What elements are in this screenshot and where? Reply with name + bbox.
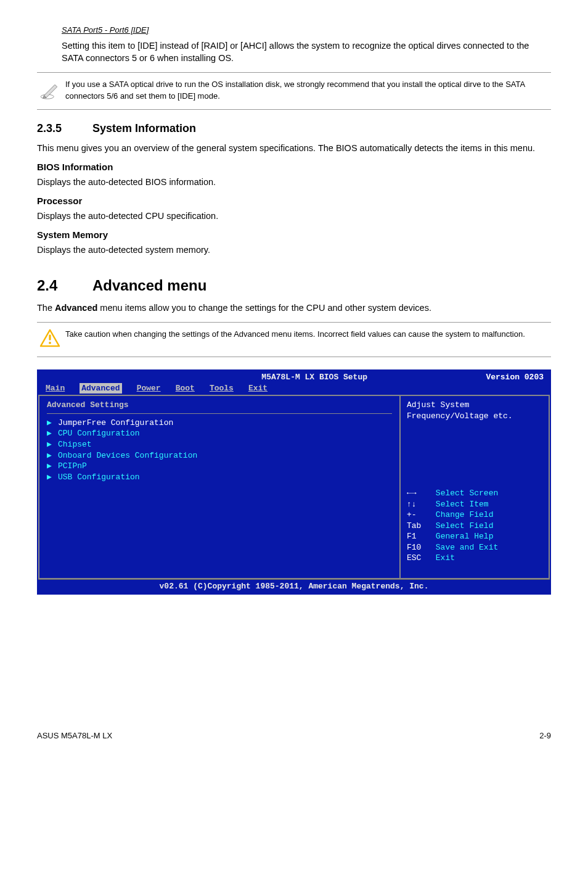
key-label: ESC: [407, 553, 421, 563]
section-2-3-5-intro: This menu gives you an overview of the g…: [37, 142, 551, 154]
tab-exit[interactable]: Exit: [248, 383, 267, 394]
system-memory-heading: System Memory: [37, 228, 551, 241]
advanced-settings-title: Advanced Settings: [47, 400, 392, 411]
bios-body: Advanced Settings ▶JumperFree Configurat…: [38, 395, 550, 579]
bios-info-text: Displays the auto-detected BIOS informat…: [37, 176, 551, 188]
svg-point-5: [49, 342, 51, 344]
key-label: Tab: [407, 521, 421, 530]
bios-header: M5A78L-M LX BIOS Setup Version 0203 Main…: [38, 371, 550, 395]
svg-rect-4: [49, 334, 51, 340]
menu-chipset[interactable]: ▶Chipset: [47, 439, 392, 450]
menu-label: Chipset: [58, 440, 92, 449]
bios-setup-screen: M5A78L-M LX BIOS Setup Version 0203 Main…: [37, 369, 551, 595]
key-desc: Select Field: [436, 521, 494, 530]
section-number: 2.3.5: [37, 121, 92, 136]
bios-tab-bar: Main Advanced Power Boot Tools Exit: [38, 383, 550, 395]
processor-heading: Processor: [37, 194, 551, 207]
key-label: F10: [407, 543, 421, 552]
caution-text: Take caution when changing the settings …: [65, 329, 525, 340]
section-2-4-heading: 2.4Advanced menu: [37, 275, 551, 296]
key-desc: Change Field: [436, 510, 494, 519]
bios-title: M5A78L-M LX BIOS Setup: [143, 372, 486, 383]
tab-tools[interactable]: Tools: [210, 383, 234, 394]
menu-onboard-devices[interactable]: ▶Onboard Devices Configuration: [47, 450, 392, 461]
processor-text: Displays the auto-detected CPU specifica…: [37, 210, 551, 222]
menu-label: USB Configuration: [58, 472, 140, 482]
warning-icon: [37, 329, 65, 351]
footer-page-number: 2-9: [539, 730, 551, 741]
section-number: 2.4: [37, 275, 92, 296]
tab-power[interactable]: Power: [137, 383, 161, 394]
menu-jumperfree[interactable]: ▶JumperFree Configuration: [47, 418, 392, 429]
intro-suffix: menu items allow you to change the setti…: [97, 303, 431, 313]
section-2-3-5-heading: 2.3.5System Information: [37, 121, 551, 136]
section-2-4-intro: The Advanced menu items allow you to cha…: [37, 302, 551, 314]
key-desc: Select Item: [436, 500, 489, 509]
intro-bold: Advanced: [55, 303, 97, 313]
bios-key-legend: ←→ Select Screen ↑↓ Select Item +- Chang…: [407, 477, 542, 574]
tab-boot[interactable]: Boot: [176, 383, 195, 394]
tab-advanced[interactable]: Advanced: [80, 383, 121, 394]
bios-help-text: Adjust System Frequency/Voltage etc.: [407, 400, 542, 421]
intro-prefix: The: [37, 303, 55, 313]
menu-pcipnp[interactable]: ▶PCIPnP: [47, 461, 392, 472]
key-label: F1: [407, 532, 417, 541]
pencil-icon: [37, 79, 65, 104]
bios-divider: [47, 413, 392, 414]
svg-marker-1: [44, 85, 57, 97]
section-title: Advanced menu: [92, 277, 206, 294]
page-footer: ASUS M5A78L-M LX 2-9: [37, 730, 551, 741]
menu-usb-config[interactable]: ▶USB Configuration: [47, 472, 392, 483]
bios-info-heading: BIOS Information: [37, 160, 551, 173]
note-text: If you use a SATA optical drive to run t…: [65, 79, 551, 102]
key-label: ↑↓: [407, 500, 417, 509]
caution-box: Take caution when changing the settings …: [37, 322, 551, 358]
key-label: +-: [407, 510, 417, 519]
tab-main[interactable]: Main: [46, 383, 65, 394]
bios-footer: v02.61 (C)Copyright 1985-2011, American …: [38, 579, 550, 593]
sata-port-heading: SATA Port5 - Port6 [IDE]: [62, 25, 551, 36]
key-desc: Exit: [436, 553, 455, 563]
menu-label: PCIPnP: [58, 461, 87, 471]
menu-label: CPU Configuration: [58, 429, 140, 438]
bios-left-panel: Advanced Settings ▶JumperFree Configurat…: [39, 396, 401, 578]
footer-left: ASUS M5A78L-M LX: [37, 730, 112, 741]
system-memory-text: Displays the auto-detected system memory…: [37, 244, 551, 256]
bios-version: Version 0203: [486, 372, 544, 383]
menu-label: Onboard Devices Configuration: [58, 451, 197, 460]
key-desc: Save and Exit: [436, 543, 498, 552]
key-desc: General Help: [436, 532, 494, 541]
bios-right-panel: Adjust System Frequency/Voltage etc. ←→ …: [401, 396, 549, 578]
section-title: System Information: [92, 122, 196, 134]
menu-label: JumperFree Configuration: [58, 418, 173, 427]
key-desc: Select Screen: [436, 489, 498, 498]
menu-cpu-config[interactable]: ▶CPU Configuration: [47, 428, 392, 439]
key-label: ←→: [407, 489, 417, 498]
note-box-ide: If you use a SATA optical drive to run t…: [37, 72, 551, 110]
sata-port-body: Setting this item to [IDE] instead of [R…: [62, 39, 551, 65]
